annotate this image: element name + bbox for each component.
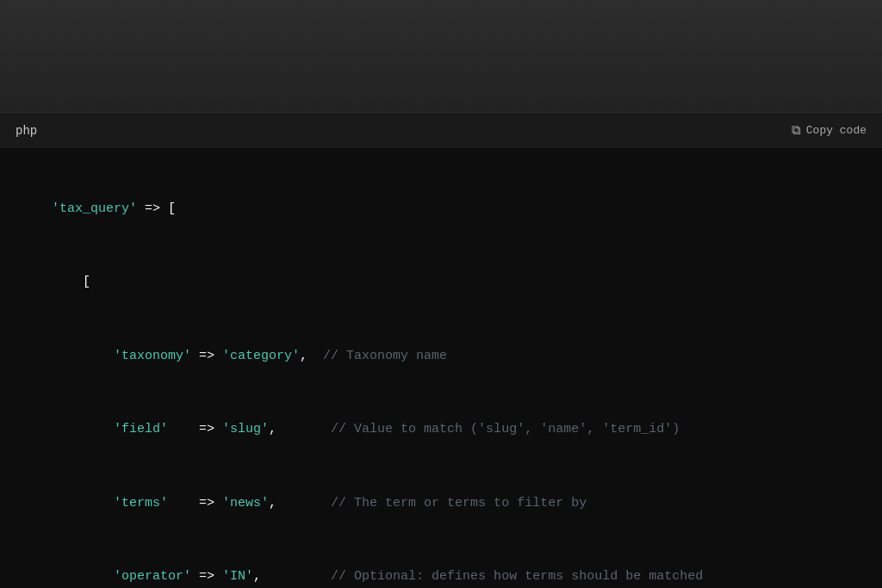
copy-icon: ⧉ [792,123,801,139]
code-val-slug: 'slug' [222,422,269,436]
code-comment-operator: // Optional: defines how terms should be… [331,569,703,584]
code-val-category: 'category' [222,349,300,363]
code-line: 'taxonomy' => 'category', // Taxonomy na… [21,319,861,393]
code-val-in: 'IN' [222,569,253,584]
code-comment-field: // Value to match ('slug', 'name', 'term… [331,422,680,436]
code-val-news: 'news' [222,496,269,511]
code-line: 'field' => 'slug', // Value to match ('s… [21,393,861,467]
language-bar: php ⧉ Copy code [0,112,882,148]
top-bar [0,0,882,112]
code-line: [ [21,246,861,320]
code-key-terms: 'terms' [114,496,168,511]
code-line: 'operator' => 'IN', // Optional: defines… [21,541,861,589]
copy-code-button[interactable]: ⧉ Copy code [792,123,866,139]
code-line: 'tax_query' => [ [21,172,861,246]
code-line: 'terms' => 'news', // The term or terms … [21,467,861,541]
language-label: php [16,124,37,138]
code-key-operator: 'operator' [114,569,191,584]
code-block: 'tax_query' => [ [ 'taxonomy' => 'catego… [0,148,882,588]
code-key-field: 'field' [114,422,168,436]
code-key-taxquery: 'tax_query' [52,201,137,216]
code-comment-taxonomy: // Taxonomy name [323,349,447,363]
code-key-taxonomy: 'taxonomy' [114,349,191,363]
copy-code-label: Copy code [806,124,866,137]
code-comment-terms: // The term or terms to filter by [331,496,587,511]
